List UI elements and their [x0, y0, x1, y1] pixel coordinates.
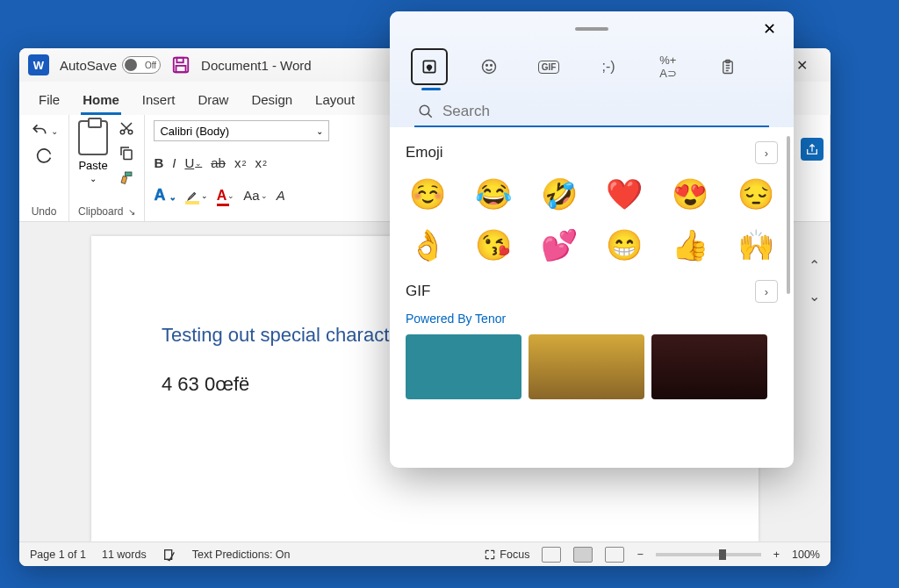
- undo-group-label: Undo: [28, 204, 60, 219]
- emoji-tab-recent[interactable]: [411, 48, 448, 85]
- change-case-button[interactable]: Aa ⌄: [243, 188, 267, 203]
- powered-by-tenor[interactable]: Powered By Tenor: [406, 312, 778, 326]
- tab-file[interactable]: File: [37, 87, 61, 115]
- zoom-slider[interactable]: [656, 553, 761, 556]
- text-effects-button[interactable]: A ⌄: [154, 186, 176, 204]
- svg-point-11: [491, 65, 493, 67]
- highlight-button[interactable]: ⌄: [185, 190, 208, 202]
- copy-button[interactable]: [119, 145, 134, 161]
- gif-section-expand[interactable]: ›: [755, 280, 778, 303]
- format-painter-button[interactable]: [119, 169, 134, 185]
- search-icon: [418, 104, 434, 119]
- tab-design[interactable]: Design: [249, 87, 294, 115]
- svg-rect-1: [176, 58, 183, 63]
- panel-close-button[interactable]: ✕: [757, 19, 781, 39]
- paste-button[interactable]: Paste ⌄: [78, 120, 108, 183]
- emoji-panel-body: Emoji › ☺️ 😂 🤣 ❤️ 😍 😔 👌 😘 💕 😁 👍 🙌 GIF › …: [390, 127, 794, 468]
- ribbon-chevron-up-icon[interactable]: ⌃: [809, 257, 820, 274]
- gif-thumbnail[interactable]: [406, 334, 521, 399]
- web-layout-button[interactable]: [605, 547, 624, 563]
- document-title: Document1 - Word: [201, 58, 312, 73]
- emoji-search-input[interactable]: [442, 103, 766, 120]
- emoji-item[interactable]: ☺️: [406, 176, 450, 212]
- share-button[interactable]: [801, 138, 823, 161]
- ribbon-chevron-down-icon[interactable]: ⌄: [809, 288, 820, 305]
- save-icon[interactable]: [171, 55, 191, 75]
- font-color-button[interactable]: A ⌄: [217, 188, 235, 204]
- emoji-item[interactable]: 🤣: [536, 176, 581, 212]
- emoji-grid: ☺️ 😂 🤣 ❤️ 😍 😔 👌 😘 💕 😁 👍 🙌: [406, 173, 778, 276]
- emoji-item[interactable]: ❤️: [602, 176, 647, 212]
- svg-point-10: [486, 65, 488, 67]
- zoom-out-button[interactable]: −: [636, 549, 643, 561]
- emoji-item[interactable]: 😘: [471, 227, 516, 262]
- read-mode-button[interactable]: [542, 547, 561, 563]
- emoji-item[interactable]: 😁: [602, 227, 647, 262]
- cut-button[interactable]: [119, 120, 134, 136]
- font-name-combo[interactable]: Calibri (Body)⌄: [154, 120, 329, 141]
- clipboard-dialog-launcher[interactable]: ↘: [128, 207, 135, 217]
- svg-point-9: [483, 61, 496, 74]
- tab-insert[interactable]: Insert: [140, 87, 177, 115]
- emoji-section-expand[interactable]: ›: [755, 141, 778, 164]
- tab-home[interactable]: Home: [81, 87, 121, 115]
- emoji-tab-kaomoji[interactable]: ;-): [590, 48, 627, 85]
- focus-mode-button[interactable]: Focus: [484, 549, 529, 561]
- emoji-item[interactable]: 👌: [406, 227, 450, 262]
- undo-button[interactable]: ⌄: [28, 120, 60, 141]
- statusbar: Page 1 of 1 11 words Text Predictions: O…: [19, 541, 831, 566]
- gif-thumbnail[interactable]: [529, 334, 644, 399]
- scrollbar[interactable]: [787, 136, 790, 294]
- print-layout-button[interactable]: [573, 547, 593, 563]
- emoji-panel: ✕ GIF ;-) %+A⊃ Emoji › ☺️ 😂 🤣 ❤️ 😍 😔 �: [390, 11, 794, 468]
- emoji-item[interactable]: 😂: [471, 176, 516, 212]
- proofing-icon[interactable]: [162, 548, 176, 562]
- word-app-icon: W: [28, 54, 49, 75]
- svg-point-14: [420, 105, 429, 115]
- tab-draw[interactable]: Draw: [196, 87, 230, 115]
- emoji-category-tabs: GIF ;-) %+A⊃: [402, 38, 781, 94]
- underline-button[interactable]: U ⌄: [184, 155, 202, 170]
- status-page[interactable]: Page 1 of 1: [30, 549, 86, 561]
- tab-layout[interactable]: Layout: [313, 87, 356, 115]
- emoji-section-title: Emoji: [406, 144, 443, 161]
- gif-section-title: GIF: [406, 283, 430, 300]
- status-word-count[interactable]: 11 words: [102, 549, 147, 561]
- bold-button[interactable]: B: [154, 155, 163, 170]
- autosave-label: AutoSave: [60, 58, 117, 73]
- emoji-tab-symbols[interactable]: %+A⊃: [650, 48, 687, 85]
- emoji-item[interactable]: 🙌: [733, 227, 778, 262]
- subscript-button[interactable]: x2: [234, 155, 247, 170]
- emoji-item[interactable]: 😍: [668, 176, 713, 212]
- redo-button[interactable]: [33, 147, 54, 168]
- emoji-tab-gif[interactable]: GIF: [530, 48, 567, 85]
- emoji-item[interactable]: 💕: [536, 227, 581, 262]
- emoji-tab-clipboard[interactable]: [709, 48, 746, 85]
- gif-thumbnail[interactable]: [651, 334, 767, 399]
- emoji-item[interactable]: 😔: [733, 176, 778, 212]
- strikethrough-button[interactable]: ab: [211, 155, 226, 170]
- superscript-button[interactable]: x2: [255, 155, 267, 170]
- autosave-toggle[interactable]: AutoSave Off: [60, 56, 161, 74]
- zoom-level[interactable]: 100%: [792, 549, 820, 561]
- clear-formatting-button[interactable]: A: [277, 188, 285, 203]
- svg-rect-5: [124, 150, 132, 160]
- clipboard-group-label: Clipboard: [78, 205, 123, 218]
- zoom-in-button[interactable]: +: [773, 549, 780, 561]
- toggle-switch[interactable]: Off: [122, 56, 161, 74]
- svg-rect-2: [176, 66, 186, 72]
- emoji-item[interactable]: 👍: [668, 227, 713, 262]
- status-predictions[interactable]: Text Predictions: On: [192, 549, 291, 561]
- svg-rect-6: [126, 172, 133, 176]
- ribbon-group-clipboard: Paste ⌄ Clipboard↘: [69, 115, 145, 221]
- clipboard-icon: [78, 120, 108, 155]
- emoji-tab-smileys[interactable]: [471, 48, 507, 85]
- ribbon-group-undo: ⌄ Undo: [19, 115, 69, 221]
- panel-drag-handle[interactable]: [575, 27, 608, 31]
- italic-button[interactable]: I: [172, 155, 176, 170]
- emoji-search-bar[interactable]: [414, 97, 769, 127]
